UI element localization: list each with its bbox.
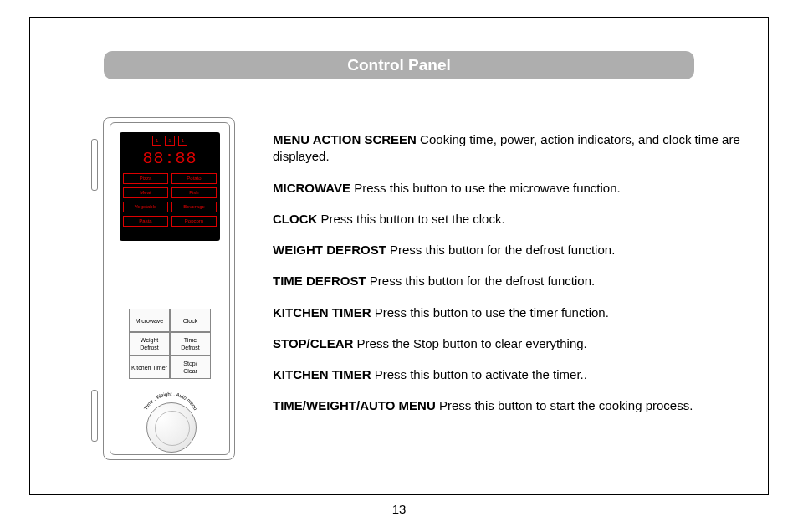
desc-weight-defrost: WEIGHT DEFROST Press this button for the… (273, 242, 749, 258)
indicator: 1 (165, 136, 174, 146)
preset-popcorn: Popcorn (171, 216, 217, 227)
weight-defrost-button: WeightDefrost (129, 332, 170, 356)
page-frame: Control Panel 1 1 1 88:88 PizzaPotato Me… (29, 17, 769, 495)
button-grid: Microwave Clock WeightDefrost TimeDefros… (129, 309, 211, 379)
preset-pasta: Pasta (123, 216, 168, 227)
menu-action-screen: 1 1 1 88:88 PizzaPotato MeatFish Vegetab… (120, 132, 220, 241)
indicator: 1 (178, 136, 187, 146)
control-panel-illustration: 1 1 1 88:88 PizzaPotato MeatFish Vegetab… (93, 114, 235, 465)
desc-time-weight-auto: TIME/WEIGHT/AUTO MENU Press this button … (273, 397, 749, 414)
stop-clear-button: Stop/Clear (170, 356, 211, 379)
preset-vegetable: Vegetable (123, 202, 168, 212)
desc-menu-action-screen: MENU ACTION SCREEN Cooking time, power, … (273, 131, 749, 166)
kitchen-timer-button: Kitchen Timer (129, 356, 170, 379)
desc-stop-clear: STOP/CLEAR Press the Stop button to clea… (273, 335, 749, 352)
preset-fish: Fish (171, 187, 217, 198)
desc-clock: CLOCK Press this button to set the clock… (273, 211, 749, 228)
hinge-bottom (91, 390, 98, 442)
desc-kitchen-timer: KITCHEN TIMER Press this button to use t… (273, 304, 749, 321)
panel-inner-shell: 1 1 1 88:88 PizzaPotato MeatFish Vegetab… (110, 122, 230, 455)
hinge-top (91, 139, 98, 191)
page-number: 13 (0, 502, 798, 516)
desc-microwave: MICROWAVE Press this button to use the m… (273, 180, 749, 197)
description-list: MENU ACTION SCREEN Cooking time, power, … (273, 131, 749, 429)
preset-potato: Potato (171, 173, 217, 184)
section-title: Control Panel (104, 51, 694, 79)
clock-button: Clock (170, 309, 211, 332)
preset-pizza: Pizza (123, 173, 168, 184)
time-digits: 88:88 (123, 149, 217, 168)
indicator: 1 (152, 136, 161, 146)
preset-beverage: Beverage (171, 202, 217, 212)
desc-time-defrost: TIME DEFROST Press this button for the d… (273, 273, 749, 289)
desc-kitchen-timer-2: KITCHEN TIMER Press this button to activ… (273, 366, 749, 383)
dial-knob (146, 402, 197, 453)
dial: Time . Weight . Auto menu (137, 389, 204, 456)
microwave-button: Microwave (129, 309, 170, 332)
preset-meat: Meat (123, 187, 168, 198)
time-defrost-button: TimeDefrost (170, 332, 211, 356)
